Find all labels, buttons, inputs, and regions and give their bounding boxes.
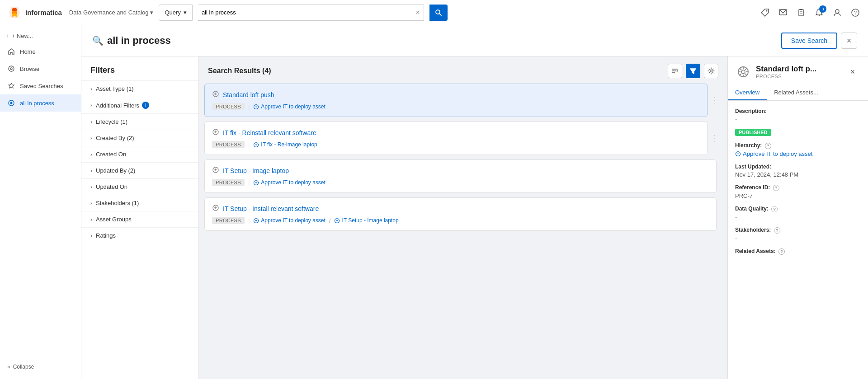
page-title-area: 🔍 all in process — [92, 35, 171, 47]
result-3-drag-handle — [717, 159, 722, 193]
search-clear-icon[interactable]: × — [412, 9, 424, 17]
filter-active-button[interactable] — [686, 64, 700, 78]
filter-created-on[interactable]: › Created On — [81, 146, 198, 162]
svg-line-41 — [740, 74, 741, 75]
result-4-meta-link1[interactable]: Approve IT to deploy asset — [253, 217, 326, 224]
result-2-drag-handle[interactable]: ⋮ — [708, 122, 722, 155]
close-icon: × — [847, 36, 852, 46]
result-2-tag: PROCESS — [212, 141, 245, 148]
detail-close-button[interactable]: × — [844, 64, 861, 80]
stakeholders-value: - — [735, 235, 861, 242]
result-3-meta-link[interactable]: Approve IT to deploy asset — [253, 179, 326, 186]
clipboard-nav-icon[interactable] — [796, 7, 807, 18]
filter-asset-groups[interactable]: › Asset Groups — [81, 211, 198, 227]
filter-additional-filters[interactable]: › Additional Filters i — [81, 97, 198, 113]
app-name-chevron-icon: ▾ — [150, 9, 153, 16]
related-assets-label: Related Assets: ? — [735, 248, 861, 255]
result-row-3: IT Setup - Image laptop PROCESS | Approv… — [204, 159, 722, 193]
svg-point-22 — [710, 70, 712, 72]
filter-created-on-label: Created On — [96, 151, 126, 158]
tab-overview[interactable]: Overview — [728, 85, 767, 100]
save-search-button[interactable]: Save Search — [781, 33, 837, 49]
tag-nav-icon[interactable] — [760, 7, 770, 18]
sidebar-collapse-button[interactable]: « Collapse — [0, 358, 81, 375]
top-navigation: Informatica Data Governance and Catalog … — [0, 0, 868, 25]
result-card-1[interactable]: Standard loft push PROCESS | Approve IT … — [204, 84, 708, 117]
hierarchy-help-icon[interactable]: ? — [765, 143, 771, 149]
last-updated-label: Last Updated: — [735, 164, 861, 170]
result-card-3[interactable]: IT Setup - Image laptop PROCESS | Approv… — [204, 159, 717, 193]
search-type-select[interactable]: Query ▾ — [159, 5, 192, 21]
result-1-title[interactable]: Standard loft push — [223, 91, 274, 98]
sidebar-item-all-in-process-label: all in process — [20, 100, 54, 107]
svg-point-13 — [9, 66, 14, 71]
filter-updated-by[interactable]: › Updated By (2) — [81, 162, 198, 178]
collapse-chevron-icon: « — [7, 364, 10, 370]
result-1-process-icon — [212, 90, 219, 99]
filter-updated-on-label: Updated On — [96, 183, 127, 190]
search-input[interactable] — [198, 9, 412, 16]
result-card-2[interactable]: IT fix - Reinstall relevant software PRO… — [204, 122, 708, 155]
app-name-selector[interactable]: Data Governance and Catalog ▾ — [69, 9, 154, 16]
svg-rect-5 — [799, 9, 803, 16]
sidebar-item-home-label: Home — [20, 48, 36, 55]
result-3-meta: PROCESS | Approve IT to deploy asset — [212, 179, 709, 186]
result-card-4[interactable]: IT Setup - Install relevant software PRO… — [204, 197, 717, 231]
data-quality-value: - — [735, 214, 861, 220]
result-2-meta-icon — [253, 142, 259, 148]
result-2-meta-link[interactable]: IT fix - Re-image laptop — [253, 141, 317, 148]
search-button[interactable] — [429, 5, 448, 21]
field-reference-id: Reference ID: ? PRC-7 — [735, 184, 861, 199]
sidebar-item-home[interactable]: Home — [0, 43, 81, 60]
result-2-title[interactable]: IT fix - Reinstall relevant software — [223, 129, 316, 136]
hierarchy-link[interactable]: Approve IT to deploy asset — [735, 150, 861, 157]
filter-created-on-chevron-icon: › — [90, 151, 92, 158]
filter-stakeholders[interactable]: › Stakeholders (1) — [81, 195, 198, 211]
message-nav-icon[interactable] — [778, 7, 788, 18]
logo-text: Informatica — [25, 9, 62, 16]
search-input-wrapper: × — [198, 5, 424, 21]
sidebar-item-browse-label: Browse — [20, 66, 39, 72]
tab-related-assets[interactable]: Related Assets... — [767, 85, 826, 100]
result-3-title[interactable]: IT Setup - Image laptop — [223, 167, 289, 174]
stakeholders-help-icon[interactable]: ? — [774, 227, 780, 234]
sidebar-item-saved-searches[interactable]: Saved Searches — [0, 77, 81, 94]
result-1-meta-link[interactable]: Approve IT to deploy asset — [253, 103, 326, 110]
filters-panel: Filters › Asset Type (1) › Additional Fi… — [81, 56, 199, 379]
sort-button[interactable] — [668, 64, 682, 78]
collapse-label: Collapse — [13, 364, 34, 370]
result-4-meta-link2[interactable]: IT Setup - Image laptop — [334, 217, 398, 224]
search-type-chevron-icon: ▾ — [184, 9, 187, 16]
help-nav-icon[interactable]: ? — [850, 7, 861, 18]
result-4-meta: PROCESS | Approve IT to deploy asset / — [212, 217, 709, 224]
svg-marker-21 — [690, 69, 696, 74]
filter-created-by-label: Created By (2) — [96, 135, 134, 141]
reference-id-help-icon[interactable]: ? — [773, 185, 779, 191]
settings-button[interactable] — [704, 64, 718, 78]
filter-lifecycle[interactable]: › Lifecycle (1) — [81, 113, 198, 130]
filter-created-by[interactable]: › Created By (2) — [81, 130, 198, 146]
result-4-title[interactable]: IT Setup - Install relevant software — [223, 205, 319, 212]
new-button[interactable]: + + New... — [0, 29, 81, 43]
result-row-1: Standard loft push PROCESS | Approve IT … — [204, 84, 722, 117]
filter-updated-on[interactable]: › Updated On — [81, 178, 198, 195]
bell-nav-icon[interactable]: 3 — [814, 7, 825, 18]
filter-ratings[interactable]: › Ratings — [81, 227, 198, 243]
data-quality-help-icon[interactable]: ? — [771, 206, 778, 212]
sidebar-item-all-in-process[interactable]: all in process — [0, 94, 81, 112]
logo-area[interactable]: Informatica — [7, 5, 62, 20]
user-nav-icon[interactable] — [832, 7, 843, 18]
header-close-button[interactable]: × — [841, 33, 857, 49]
sidebar-item-browse[interactable]: Browse — [0, 60, 81, 77]
result-4-meta-text2: IT Setup - Image laptop — [342, 217, 398, 224]
field-status: PUBLISHED — [735, 129, 861, 136]
last-updated-value: Nov 17, 2024, 12:48 PM — [735, 171, 861, 178]
related-assets-help-icon[interactable]: ? — [778, 248, 785, 255]
search-type-label: Query — [165, 9, 180, 16]
result-1-drag-handle[interactable]: ⋮ — [708, 84, 722, 117]
filter-asset-type[interactable]: › Asset Type (1) — [81, 80, 198, 97]
filter-icon — [689, 67, 697, 75]
result-2-meta: PROCESS | IT fix - Re-image laptop — [212, 141, 700, 148]
hierarchy-link-text: Approve IT to deploy asset — [743, 150, 812, 157]
filter-lifecycle-label: Lifecycle (1) — [96, 118, 127, 125]
